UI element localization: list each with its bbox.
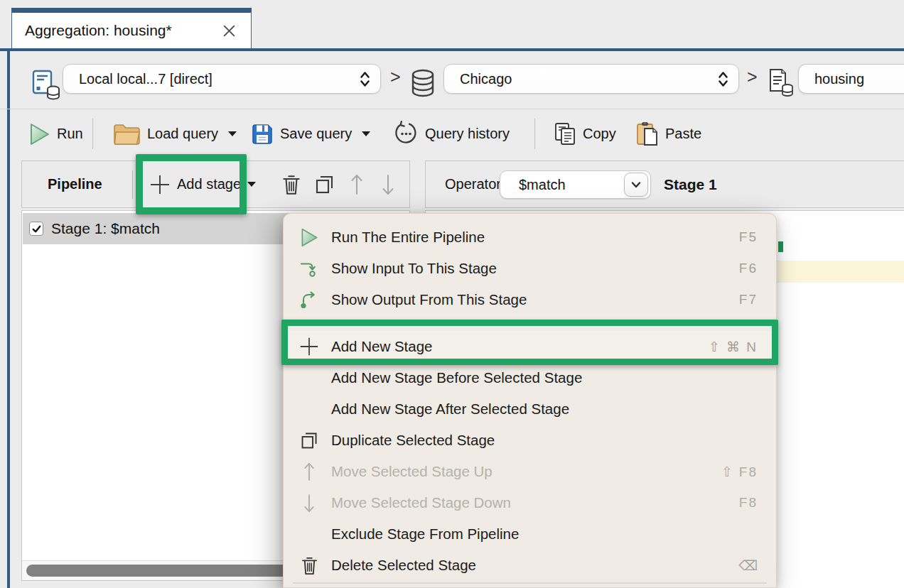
connection-bar: Local local...7 [direct] > Chicago [0, 51, 904, 109]
close-icon[interactable] [222, 23, 237, 38]
operator-select[interactable]: $match [500, 170, 651, 199]
stepper-icon [716, 70, 730, 89]
save-icon [250, 122, 274, 146]
paste-icon [635, 121, 660, 147]
chevron-down-icon [228, 131, 237, 136]
paste-button[interactable]: Paste [635, 110, 701, 158]
database-select[interactable]: Chicago [443, 64, 739, 94]
pipeline-panel-title: Pipeline [48, 176, 102, 192]
arrow-down-icon [296, 492, 322, 514]
menu-item-show-input[interactable]: Show Input To This Stage F6 [284, 253, 776, 284]
aggregation-editor-window: Aggregation: housing* Local local...7 [d… [0, 0, 904, 588]
server-connection-icon [31, 70, 61, 101]
chevron-down-icon[interactable] [624, 173, 648, 197]
collection-select[interactable]: housing [798, 64, 904, 94]
plus-icon [296, 336, 322, 357]
menu-item-move-stage-up[interactable]: Move Selected Stage Up ⇧ F8 [284, 456, 776, 487]
menu-item-add-stage-after[interactable]: Add New Stage After Selected Stage [284, 393, 776, 425]
trash-icon [296, 555, 322, 576]
run-button[interactable]: Run [28, 110, 83, 158]
menu-item-exclude-stage[interactable]: Exclude Stage From Pipeline [284, 518, 776, 550]
query-toolbar: Run Load query [0, 110, 904, 158]
stage-input-icon [296, 259, 322, 278]
history-icon [393, 121, 419, 147]
breadcrumb-separator: > [390, 67, 401, 87]
save-query-button[interactable]: Save query [250, 110, 370, 158]
connection-select-value: Local local...7 [direct] [79, 71, 212, 87]
arrow-up-icon [296, 461, 322, 483]
database-select-value: Chicago [460, 71, 512, 87]
chevron-down-icon [362, 131, 370, 136]
stage-title: Stage 1 [664, 176, 717, 193]
menu-item-run-entire-pipeline[interactable]: Run The Entire Pipeline F5 [284, 222, 776, 253]
stepper-icon [358, 70, 372, 89]
tab-aggregation-housing[interactable]: Aggregation: housing* [11, 8, 252, 48]
operator-label: Operator: [445, 176, 505, 192]
add-stage-button[interactable]: Add stage [149, 173, 256, 196]
collection-select-value: housing [814, 71, 864, 87]
toolbar-separator [534, 119, 535, 149]
duplicate-stage-button[interactable] [313, 173, 336, 196]
chevron-down-icon [247, 182, 256, 187]
add-stage-label: Add stage [177, 176, 241, 192]
operator-select-value: $match [519, 177, 566, 193]
tab-title: Aggregation: housing* [25, 22, 172, 39]
menu-item-delete-stage[interactable]: Delete Selected Stage ⌫ [284, 550, 776, 581]
stage-output-icon [296, 290, 322, 310]
run-icon [28, 122, 51, 146]
menu-item-add-stage-before[interactable]: Add New Stage Before Selected Stage [284, 362, 776, 393]
move-stage-up-button[interactable] [350, 173, 363, 197]
folder-icon [112, 122, 141, 146]
pipeline-context-menu: Run The Entire Pipeline F5 Show Input To… [283, 213, 777, 588]
breadcrumb-separator: > [747, 67, 758, 87]
delete-stage-button[interactable] [281, 173, 301, 196]
move-stage-down-button[interactable] [382, 173, 394, 197]
editor-cursor-mark [778, 241, 783, 252]
menu-item-add-new-stage[interactable]: Add New Stage ⇧ ⌘ N [284, 331, 776, 362]
collection-icon [768, 67, 795, 99]
duplicate-icon [296, 430, 322, 451]
query-history-button[interactable]: Query history [393, 110, 510, 158]
stage-checkbox[interactable] [29, 222, 43, 236]
toolbar-separator [92, 119, 93, 149]
database-icon [409, 67, 437, 100]
menu-item-move-stage-down[interactable]: Move Selected Stage Down F8 [284, 487, 776, 518]
load-query-button[interactable]: Load query [112, 110, 237, 158]
stage-panel-header: Operator: $match Stage 1 [425, 160, 904, 208]
stage-list-item-label: Stage 1: $match [51, 220, 160, 237]
pipeline-panel-header: Pipeline Add stage [21, 160, 410, 208]
menu-separator [293, 582, 767, 584]
copy-button[interactable]: Copy [553, 110, 616, 158]
run-icon [296, 227, 322, 248]
menu-separator [284, 315, 776, 331]
menu-item-show-output[interactable]: Show Output From This Stage F7 [284, 284, 776, 315]
header-separator [132, 170, 133, 199]
plus-icon [149, 173, 171, 196]
copy-icon [553, 121, 577, 146]
menu-item-duplicate-stage[interactable]: Duplicate Selected Stage [284, 425, 776, 456]
connection-select[interactable]: Local local...7 [direct] [63, 64, 381, 94]
